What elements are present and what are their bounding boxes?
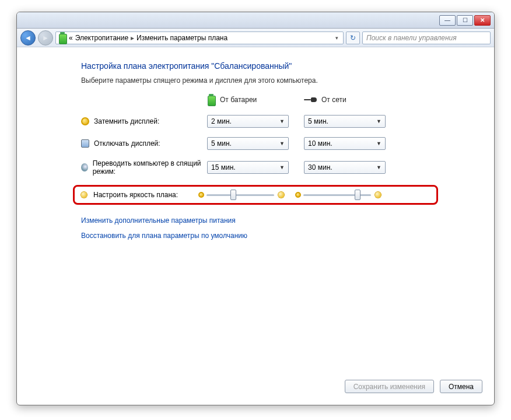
brightness-ac-slider[interactable]: [295, 190, 383, 200]
col-battery-label: От батареи: [220, 96, 257, 104]
breadcrumb-power[interactable]: Электропитание: [75, 34, 128, 42]
slider-track[interactable]: [206, 194, 274, 196]
row-brightness-highlighted: Настроить яркость плана:: [73, 185, 438, 205]
breadcrumb-pre: «: [69, 34, 73, 42]
chevron-down-icon: ▼: [279, 164, 285, 170]
link-restore-defaults[interactable]: Восстановить для плана параметры по умол…: [81, 232, 247, 240]
chevron-down-icon: ▼: [376, 118, 382, 124]
col-ac-label: От сети: [321, 96, 346, 104]
page-subtitle: Выберите параметры спящего режима и дисп…: [81, 76, 430, 85]
address-bar[interactable]: « Электропитание ▸ Изменить параметры пл…: [55, 32, 344, 44]
row-off-display: Отключать дисплей: 5 мин. ▼ 10 мин. ▼: [81, 137, 430, 150]
titlebar: — ☐ ✕: [17, 12, 494, 29]
off-battery-value: 5 мин.: [211, 139, 232, 148]
refresh-icon: ↻: [350, 34, 356, 42]
minimize-button[interactable]: —: [439, 15, 456, 26]
off-battery-combo[interactable]: 5 мин. ▼: [207, 137, 289, 150]
search-placeholder: Поиск в панели управления: [366, 34, 457, 42]
sun-bright-icon: [276, 190, 286, 200]
link-advanced-settings[interactable]: Изменить дополнительные параметры питани…: [81, 216, 236, 225]
sun-bright-icon: [373, 190, 383, 200]
sleep-ac-value: 30 мин.: [308, 163, 332, 172]
dim-label: Затемнить дисплей:: [94, 117, 159, 125]
refresh-button[interactable]: ↻: [346, 32, 360, 44]
nav-back-button[interactable]: ◄: [20, 30, 36, 46]
search-input[interactable]: Поиск в панели управления: [362, 32, 491, 44]
dim-icon: [81, 117, 89, 125]
plug-icon: [304, 96, 317, 103]
chevron-down-icon: ▼: [376, 164, 382, 170]
content-area: Настройка плана электропитания "Сбаланси…: [17, 47, 494, 374]
slider-thumb[interactable]: [355, 190, 360, 200]
save-button[interactable]: Сохранить изменения: [345, 380, 434, 393]
footer: Сохранить изменения Отмена: [17, 374, 494, 405]
breadcrumb-sep-icon: ▸: [131, 34, 134, 42]
brightness-battery-slider[interactable]: [198, 190, 286, 200]
sun-icon: [79, 190, 89, 200]
address-dropdown-icon[interactable]: ▾: [333, 35, 341, 41]
monitor-icon: [81, 139, 89, 148]
sleep-battery-value: 15 мин.: [211, 163, 236, 172]
cancel-button[interactable]: Отмена: [440, 380, 482, 393]
sleep-ac-combo[interactable]: 30 мин. ▼: [304, 161, 386, 174]
control-panel-icon: [58, 32, 66, 44]
off-label: Отключать дисплей:: [94, 139, 160, 148]
dim-battery-value: 2 мин.: [211, 117, 232, 125]
window: — ☐ ✕ ◄ ► « Электропитание ▸ Изменить па…: [16, 12, 495, 405]
slider-thumb[interactable]: [230, 190, 236, 200]
dim-battery-combo[interactable]: 2 мин. ▼: [207, 115, 289, 128]
sun-dim-icon: [198, 192, 204, 198]
page-title: Настройка плана электропитания "Сбаланси…: [81, 61, 430, 71]
dim-ac-combo[interactable]: 5 мин. ▼: [304, 115, 386, 128]
dim-ac-value: 5 мин.: [308, 117, 328, 125]
sleep-battery-combo[interactable]: 15 мин. ▼: [207, 161, 289, 174]
chevron-down-icon: ▼: [279, 118, 285, 124]
chevron-down-icon: ▼: [279, 141, 285, 146]
column-headers: От батареи От сети: [81, 94, 430, 106]
moon-icon: [81, 163, 88, 172]
brightness-label: Настроить яркость плана:: [93, 191, 178, 199]
breadcrumb-edit-plan[interactable]: Изменить параметры плана: [136, 34, 228, 42]
slider-track[interactable]: [303, 194, 371, 196]
row-sleep: Переводить компьютер в спящий режим: 15 …: [81, 159, 430, 176]
maximize-button[interactable]: ☐: [457, 15, 473, 26]
navbar: ◄ ► « Электропитание ▸ Изменить параметр…: [17, 29, 494, 47]
off-ac-value: 10 мин.: [308, 139, 332, 148]
sun-dim-icon: [295, 192, 301, 198]
close-button[interactable]: ✕: [474, 15, 491, 26]
chevron-down-icon: ▼: [376, 141, 382, 146]
off-ac-combo[interactable]: 10 мин. ▼: [304, 137, 386, 150]
battery-icon: [207, 94, 215, 106]
row-dim-display: Затемнить дисплей: 2 мин. ▼ 5 мин. ▼: [81, 115, 430, 128]
sleep-label: Переводить компьютер в спящий режим:: [93, 159, 204, 176]
nav-forward-button[interactable]: ►: [38, 30, 53, 46]
